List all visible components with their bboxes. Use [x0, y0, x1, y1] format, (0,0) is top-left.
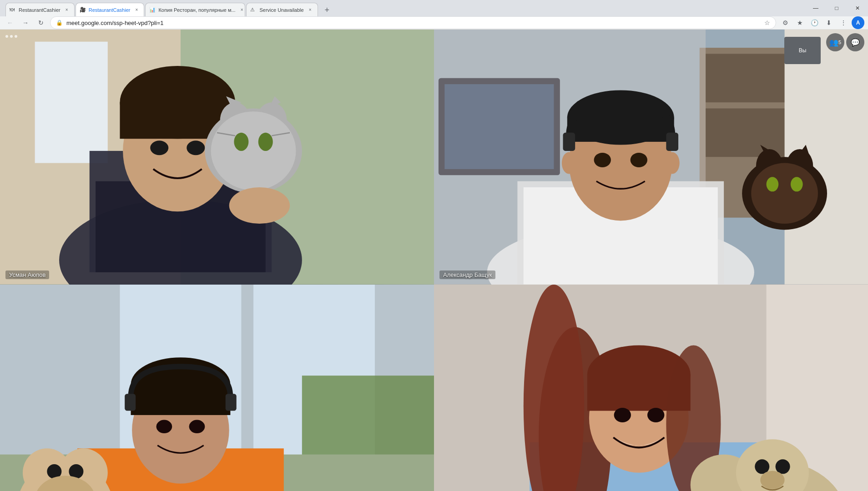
minimize-button[interactable]: —: [805, 0, 826, 16]
address-bar-row: ← → ↻ 🔒 meet.google.com/ssp-heet-vpd?pli…: [0, 16, 868, 29]
video-tile-2: Александр Бащук: [434, 30, 868, 285]
address-bar[interactable]: 🔒 meet.google.com/ssp-heet-vpd?pli=1 ☆: [50, 16, 776, 29]
self-view-label: Вы: [799, 47, 807, 54]
tab-close-2[interactable]: ×: [133, 6, 140, 14]
participant-label-1: Усман Аюпов: [5, 271, 49, 279]
video-visual-4: [434, 285, 868, 491]
forward-button[interactable]: →: [19, 16, 32, 29]
address-text: meet.google.com/ssp-heet-vpd?pli=1: [66, 20, 761, 26]
svg-point-86: [755, 459, 769, 474]
history-icon[interactable]: 🕐: [808, 16, 821, 29]
video-tile-1: Усман Аюпов: [0, 30, 434, 285]
video-grid: Усман Аюпов: [0, 30, 868, 491]
svg-point-10: [187, 140, 205, 155]
bookmarks-icon[interactable]: ★: [793, 16, 806, 29]
svg-rect-61: [226, 394, 237, 411]
svg-rect-60: [125, 394, 136, 411]
svg-point-40: [594, 153, 611, 167]
meet-top-right: 👥 5 💬 Вы: [826, 33, 864, 51]
lock-icon: 🔒: [56, 20, 63, 26]
svg-point-17: [234, 133, 248, 151]
svg-point-16: [211, 111, 296, 190]
tab-4[interactable]: ⚠ Service Unavailable ×: [246, 3, 318, 16]
window-controls: — □ ✕: [805, 0, 868, 16]
close-button[interactable]: ✕: [847, 0, 868, 16]
toolbar-icons: ⚙ ★ 🕐 ⬇ ⋮ А: [779, 16, 864, 29]
tab-close-4[interactable]: ×: [307, 6, 314, 14]
svg-point-38: [562, 152, 576, 174]
profile-avatar[interactable]: А: [852, 16, 864, 29]
browser-menu-icon[interactable]: ⋮: [837, 16, 850, 29]
refresh-button[interactable]: ↻: [35, 16, 47, 29]
video-content-2: [434, 30, 868, 285]
svg-point-21: [229, 187, 290, 224]
chat-button[interactable]: 💬: [846, 33, 864, 51]
tab-close-1[interactable]: ×: [63, 6, 71, 14]
video-visual-1: [0, 30, 434, 285]
svg-point-47: [751, 163, 818, 224]
browser-frame: 🍽 RestaurantCashier × 🎥 RestaurantCashie…: [0, 0, 868, 491]
extensions-icon[interactable]: ⚙: [779, 16, 792, 29]
svg-rect-2: [35, 42, 108, 163]
bookmark-star-icon[interactable]: ☆: [764, 19, 770, 26]
svg-point-82: [647, 407, 664, 422]
tab-favicon-1: 🍽: [10, 7, 16, 13]
video-content-4: [434, 285, 868, 491]
downloads-icon[interactable]: ⬇: [823, 16, 835, 29]
svg-point-9: [150, 140, 168, 155]
video-visual-2: [434, 30, 868, 285]
dot-1: [5, 35, 8, 38]
chat-icon: 💬: [851, 38, 860, 47]
participant-count: 5: [838, 40, 841, 45]
self-view: Вы: [784, 37, 821, 64]
meet-content: 👥 5 💬 Вы: [0, 30, 868, 491]
svg-rect-36: [563, 133, 575, 151]
tab-favicon-2: 🎥: [80, 7, 86, 13]
svg-point-41: [631, 153, 647, 167]
tab-3[interactable]: 📊 Копия Ресторан, популярные м... ×: [145, 3, 245, 16]
svg-point-63: [189, 420, 205, 433]
svg-point-81: [614, 407, 631, 422]
svg-point-48: [767, 177, 779, 191]
title-bar: 🍽 RestaurantCashier × 🎥 RestaurantCashie…: [0, 0, 868, 16]
dot-2: [10, 35, 13, 38]
new-tab-button[interactable]: +: [321, 4, 333, 16]
svg-rect-59: [131, 385, 230, 415]
svg-point-49: [791, 177, 803, 191]
tabs-bar: 🍽 RestaurantCashier × 🎥 RestaurantCashie…: [4, 0, 864, 16]
tab-2[interactable]: 🎥 RestaurantCashier ×: [76, 3, 145, 16]
svg-point-39: [665, 152, 680, 174]
tile-1-dots: [5, 35, 17, 38]
svg-point-88: [760, 471, 784, 489]
video-visual-3: [0, 285, 434, 491]
tab-title-3: Копия Ресторан, популярные м...: [158, 7, 235, 13]
tab-title-2: RestaurantCashier: [89, 7, 131, 13]
participants-button[interactable]: 👥 5: [826, 33, 844, 51]
video-tile-3: [0, 285, 434, 491]
svg-rect-37: [666, 133, 678, 151]
people-icon: 👥: [829, 38, 838, 47]
video-content-1: [0, 30, 434, 285]
svg-rect-35: [567, 118, 674, 142]
svg-point-87: [776, 459, 790, 474]
back-button[interactable]: ←: [4, 16, 16, 29]
svg-point-18: [258, 133, 273, 151]
video-tile-4: [434, 285, 868, 491]
svg-point-62: [156, 420, 172, 433]
tab-close-3[interactable]: ×: [238, 6, 246, 14]
tab-title-4: Service Unavailable: [259, 7, 303, 13]
participant-label-2: Александр Бащук: [439, 271, 495, 279]
tab-favicon-4: ⚠: [250, 7, 257, 13]
tab-favicon-3: 📊: [149, 7, 156, 13]
video-content-3: [0, 285, 434, 491]
tab-title-1: RestaurantCashier: [19, 7, 61, 13]
dot-3: [15, 35, 17, 38]
maximize-button[interactable]: □: [826, 0, 847, 16]
tab-1[interactable]: 🍽 RestaurantCashier ×: [5, 3, 75, 16]
